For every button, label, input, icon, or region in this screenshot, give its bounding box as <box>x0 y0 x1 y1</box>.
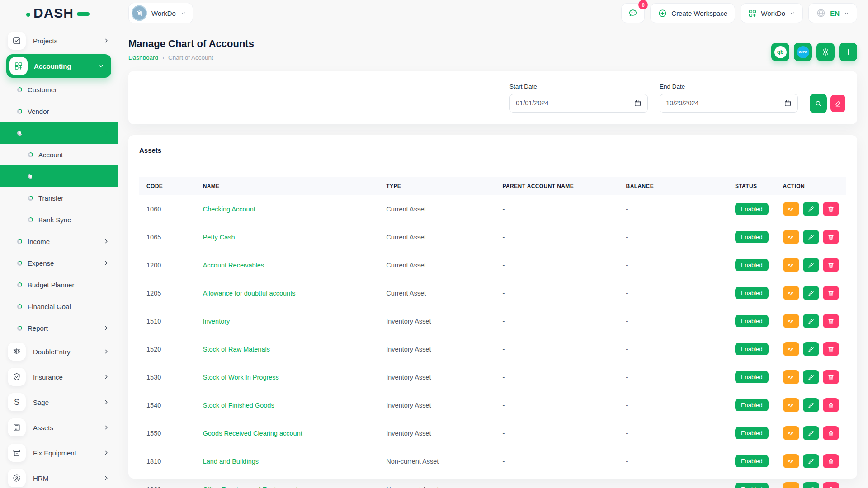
edit-button[interactable] <box>803 202 819 216</box>
action-cell <box>776 475 846 488</box>
status-badge[interactable]: Enabled <box>735 231 769 243</box>
reset-filter-button[interactable] <box>830 95 845 112</box>
sidebar-item-accounting[interactable]: Accounting <box>6 54 111 78</box>
account-name-link[interactable]: Allowance for doubtful accounts <box>203 290 296 297</box>
edit-button[interactable] <box>803 230 819 244</box>
sidebar-item-income[interactable]: Income <box>0 230 118 252</box>
edit-button[interactable] <box>803 258 819 272</box>
status-badge[interactable]: Enabled <box>735 315 769 327</box>
chevron-down-icon <box>844 10 849 16</box>
end-date-input[interactable]: 10/29/2024 <box>660 94 798 113</box>
status-badge[interactable]: Enabled <box>735 259 769 271</box>
delete-button[interactable] <box>823 314 839 328</box>
delete-button[interactable] <box>823 286 839 300</box>
sidebar-item-label: Projects <box>33 37 103 45</box>
start-date-input[interactable]: 01/01/2024 <box>509 94 648 113</box>
xero-button[interactable]: xero <box>794 43 812 61</box>
status-badge[interactable]: Enabled <box>735 483 769 488</box>
workspace-selector[interactable]: WorkDo <box>128 3 193 23</box>
account-name-link[interactable]: Stock of Raw Materials <box>203 346 270 353</box>
activity-button[interactable] <box>783 426 799 440</box>
account-name-link[interactable]: Inventory <box>203 318 230 325</box>
status-badge[interactable]: Enabled <box>735 203 769 215</box>
apply-filter-button[interactable] <box>810 94 827 113</box>
sidebar-item-account[interactable]: Account <box>0 144 118 165</box>
messages-button[interactable]: 0 <box>621 3 645 23</box>
edit-button[interactable] <box>803 286 819 300</box>
edit-button[interactable] <box>803 398 819 412</box>
activity-button[interactable] <box>783 482 799 488</box>
sidebar-item-chart-of-accounts[interactable]: Chart Of Accounts <box>0 165 118 187</box>
calendar-icon[interactable] <box>634 99 642 107</box>
settings-button[interactable] <box>816 43 835 61</box>
create-workspace-button[interactable]: Create Workspace <box>650 3 735 23</box>
sidebar-item-report[interactable]: Report <box>0 317 118 339</box>
activity-button[interactable] <box>783 230 799 244</box>
edit-button[interactable] <box>803 342 819 356</box>
activity-button[interactable] <box>783 342 799 356</box>
account-name-link[interactable]: Land and Buildings <box>203 458 259 465</box>
account-name-link[interactable]: Stock of Work In Progress <box>203 374 279 381</box>
activity-button[interactable] <box>783 314 799 328</box>
add-account-button[interactable] <box>839 43 857 61</box>
sidebar-item-doubleentry[interactable]: DoubleEntry <box>0 339 118 364</box>
language-selector[interactable]: EN <box>808 3 857 23</box>
sidebar-item-fix-equipment[interactable]: Fix Equipment <box>0 440 118 465</box>
sidebar-item-assets[interactable]: Assets <box>0 415 118 440</box>
status-badge[interactable]: Enabled <box>735 455 769 467</box>
app-menu-button[interactable]: WorkDo <box>741 3 803 23</box>
delete-button[interactable] <box>823 230 839 244</box>
account-name-link[interactable]: Office Furniture and Equipement <box>203 486 297 488</box>
status-badge[interactable]: Enabled <box>735 399 769 411</box>
pencil-icon <box>807 346 815 353</box>
sidebar-item-hrm[interactable]: HRM <box>0 465 118 488</box>
activity-button[interactable] <box>783 258 799 272</box>
delete-button[interactable] <box>823 482 839 488</box>
edit-button[interactable] <box>803 482 819 488</box>
balance-cell: - <box>619 251 728 279</box>
sidebar-item-bank-sync[interactable]: Bank Sync <box>0 209 118 230</box>
delete-button[interactable] <box>823 258 839 272</box>
sidebar-item-vendor[interactable]: Vendor <box>0 100 118 122</box>
account-name-link[interactable]: Goods Received Clearing account <box>203 430 302 437</box>
status-badge[interactable]: Enabled <box>735 427 769 439</box>
activity-button[interactable] <box>783 454 799 468</box>
breadcrumb-dashboard-link[interactable]: Dashboard <box>128 54 158 61</box>
sidebar-item-sage[interactable]: SSage <box>0 389 118 415</box>
activity-button[interactable] <box>783 202 799 216</box>
quickbooks-button[interactable]: qb <box>771 43 789 61</box>
edit-button[interactable] <box>803 454 819 468</box>
delete-button[interactable] <box>823 342 839 356</box>
delete-button[interactable] <box>823 454 839 468</box>
account-name-link[interactable]: Account Receivables <box>203 262 264 269</box>
action-cell <box>776 447 846 475</box>
sidebar-item-banking[interactable]: Banking <box>0 122 118 144</box>
calendar-icon[interactable] <box>784 99 792 107</box>
activity-button[interactable] <box>783 286 799 300</box>
status-badge[interactable]: Enabled <box>735 343 769 355</box>
sidebar-item-budget-planner[interactable]: Budget Planner <box>0 274 118 296</box>
edit-button[interactable] <box>803 314 819 328</box>
sidebar-item-financial-goal[interactable]: Financial Goal <box>0 296 118 317</box>
edit-button[interactable] <box>803 426 819 440</box>
account-name-link[interactable]: Checking Account <box>203 206 255 213</box>
status-badge[interactable]: Enabled <box>735 371 769 383</box>
sidebar-item-projects[interactable]: Projects <box>0 28 118 53</box>
delete-button[interactable] <box>823 370 839 384</box>
delete-button[interactable] <box>823 426 839 440</box>
app-logo[interactable]: DASH <box>0 0 118 26</box>
status-badge[interactable]: Enabled <box>735 287 769 299</box>
sidebar-item-insurance[interactable]: Insurance <box>0 364 118 389</box>
status-cell: Enabled <box>728 307 776 335</box>
trash-icon <box>827 318 835 325</box>
sidebar-item-customer[interactable]: Customer <box>0 79 118 100</box>
sidebar-item-transfer[interactable]: Transfer <box>0 187 118 209</box>
activity-button[interactable] <box>783 398 799 412</box>
account-name-link[interactable]: Petty Cash <box>203 234 235 241</box>
edit-button[interactable] <box>803 370 819 384</box>
delete-button[interactable] <box>823 202 839 216</box>
sidebar-item-expense[interactable]: Expense <box>0 252 118 274</box>
activity-button[interactable] <box>783 370 799 384</box>
delete-button[interactable] <box>823 398 839 412</box>
account-name-link[interactable]: Stock of Finished Goods <box>203 402 274 409</box>
